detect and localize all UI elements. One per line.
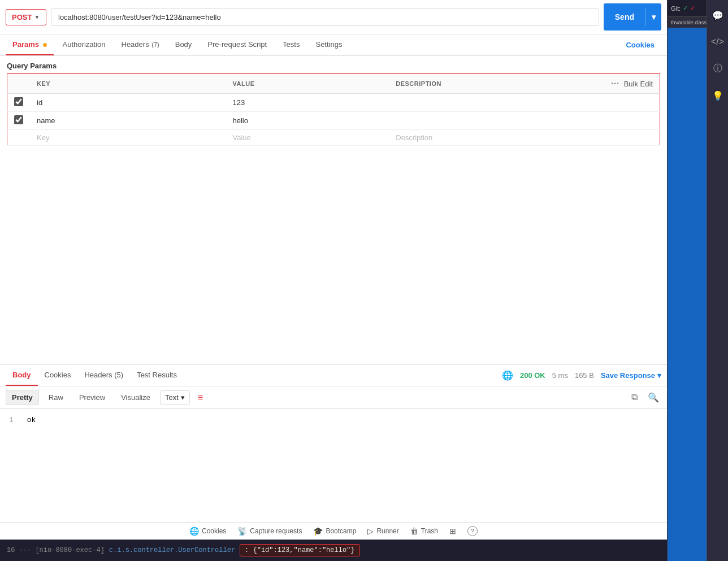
response-tab-testresults[interactable]: Test Results (130, 365, 184, 386)
grid-icon: ⊞ (449, 527, 456, 536)
text-format-select[interactable]: Text ▾ (160, 390, 190, 405)
bottom-bootcamp[interactable]: 🎓 Bootcamp (313, 527, 356, 536)
response-section: Body Cookies Headers (5) Test Results 🌐 … (0, 364, 667, 522)
runner-icon: ▷ (367, 527, 374, 536)
save-response-button[interactable]: Save Response ▾ (601, 371, 661, 380)
tab-tests[interactable]: Tests (276, 34, 306, 55)
send-button[interactable]: Send (604, 8, 646, 26)
placeholder-value[interactable]: Value (226, 130, 389, 146)
ide-tab[interactable]: thVariable.class × (668, 16, 707, 28)
ide-panel: Git: ✓ ✓ thVariable.class × (667, 0, 707, 561)
help-icon: ? (467, 526, 478, 536)
bottom-cookies[interactable]: 🌐 Cookies (189, 527, 226, 536)
response-tab-body[interactable]: Body (6, 365, 38, 386)
method-label: POST (12, 13, 32, 21)
text-format-chevron-icon: ▾ (181, 393, 185, 402)
status-size: 165 B (575, 371, 594, 380)
tab-headers[interactable]: Headers (7) (115, 34, 166, 55)
git-label: Git: (671, 5, 681, 12)
ide-tab-label: thVariable.class (671, 20, 707, 25)
trash-icon: 🗑 (410, 527, 418, 536)
row2-value[interactable]: hello (226, 112, 389, 130)
search-icon[interactable]: 🔍 (645, 390, 661, 405)
bottom-runner-label: Runner (376, 527, 398, 535)
bottom-capture[interactable]: 📡 Capture requests (237, 527, 302, 536)
capture-icon: 📡 (237, 527, 247, 536)
bulk-edit-button[interactable]: Bulk Edit (624, 80, 653, 88)
row1-value[interactable]: 123 (226, 94, 389, 112)
placeholder-row: Key Value Description (7, 130, 660, 146)
row1-description[interactable] (389, 94, 660, 112)
bottom-trash-label: Trash (421, 527, 438, 535)
bottom-runner[interactable]: ▷ Runner (367, 527, 398, 536)
ide-blue-block (668, 28, 707, 561)
table-row: name hello (7, 112, 660, 130)
chat-icon[interactable]: 💬 (709, 7, 727, 24)
response-status: 🌐 200 OK 5 ms 165 B Save Response ▾ (502, 370, 661, 381)
url-bar: POST ▼ Send ▾ (0, 0, 667, 34)
status-code: 200 OK (520, 371, 545, 380)
tab-params[interactable]: Params (6, 34, 54, 55)
status-time: 5 ms (552, 371, 568, 380)
save-response-chevron-icon: ▾ (657, 371, 661, 380)
placeholder-key[interactable]: Key (30, 130, 226, 146)
method-selector[interactable]: POST ▼ (6, 9, 46, 25)
checkbox-col-header (7, 74, 31, 94)
bottom-capture-label: Capture requests (250, 527, 302, 535)
response-tab-cookies[interactable]: Cookies (38, 365, 78, 386)
tab-body[interactable]: Body (168, 34, 199, 55)
code-icon[interactable]: </> (708, 33, 727, 50)
send-dropdown-button[interactable]: ▾ (646, 8, 661, 26)
bottom-grid[interactable]: ⊞ (449, 527, 456, 536)
globe-icon: 🌐 (502, 370, 513, 381)
response-tabs: Body Cookies Headers (5) Test Results 🌐 … (0, 365, 667, 386)
value-col-header: VALUE (226, 74, 389, 94)
git-check-icon: ✓ (683, 5, 688, 12)
row2-checkbox[interactable] (14, 115, 23, 124)
bottom-bar: 🌐 Cookies 📡 Capture requests 🎓 Bootcamp … (0, 522, 667, 540)
request-tabs: Params Authorization Headers (7) Body Pr… (0, 34, 667, 56)
placeholder-description[interactable]: Description (389, 130, 660, 146)
row2-description[interactable] (389, 112, 660, 130)
tab-prerequest[interactable]: Pre-request Script (201, 34, 274, 55)
cookies-link[interactable]: Cookies (619, 35, 661, 55)
git-status: Git: ✓ ✓ (668, 0, 707, 16)
format-pretty[interactable]: Pretty (6, 390, 39, 405)
send-button-group: Send ▾ (604, 3, 661, 31)
row2-checkbox-cell (7, 112, 31, 130)
tab-authorization[interactable]: Authorization (56, 34, 112, 55)
wrap-button[interactable]: ≡ (196, 390, 205, 405)
response-body: 1 ok (0, 409, 667, 522)
format-raw[interactable]: Raw (42, 390, 70, 405)
url-input[interactable] (51, 8, 599, 26)
copy-icon[interactable]: ⧉ (629, 390, 640, 405)
table-row: id 123 (7, 94, 660, 112)
format-actions: ⧉ 🔍 (629, 390, 661, 405)
info-icon[interactable]: ⓘ (710, 59, 726, 78)
bottom-help[interactable]: ? (467, 526, 478, 536)
response-content: ok (27, 416, 36, 424)
params-dot (43, 43, 47, 47)
format-preview[interactable]: Preview (73, 390, 111, 405)
row1-checkbox[interactable] (14, 97, 23, 106)
method-chevron-icon: ▼ (34, 14, 40, 20)
console-controller: c.i.s.controller.UserController (109, 546, 235, 554)
response-tab-headers[interactable]: Headers (5) (77, 365, 130, 386)
params-table: KEY VALUE DESCRIPTION ··· Bulk Edit (7, 73, 660, 146)
more-options-icon[interactable]: ··· (611, 79, 619, 89)
line-number: 1 (9, 416, 14, 424)
row2-key[interactable]: name (30, 112, 226, 130)
tab-settings[interactable]: Settings (309, 34, 349, 55)
main-content: Query Params KEY VALUE DESCRIPTION ··· (0, 56, 667, 561)
bottom-trash[interactable]: 🗑 Trash (410, 527, 438, 536)
bootcamp-icon: 🎓 (313, 527, 323, 536)
git-x-icon: ✓ (690, 5, 695, 12)
response-headers-badge: (5) (114, 371, 123, 379)
console-highlight: : {"id":123,"name":"hello"} (240, 544, 359, 556)
key-col-header: KEY (30, 74, 226, 94)
query-params-title: Query Params (7, 62, 660, 70)
format-visualize[interactable]: Visualize (115, 390, 157, 405)
console-prefix: 16 --- [nio-8080-exec-4] (7, 546, 105, 554)
row1-key[interactable]: id (30, 94, 226, 112)
lightbulb-icon[interactable]: 💡 (709, 87, 727, 105)
